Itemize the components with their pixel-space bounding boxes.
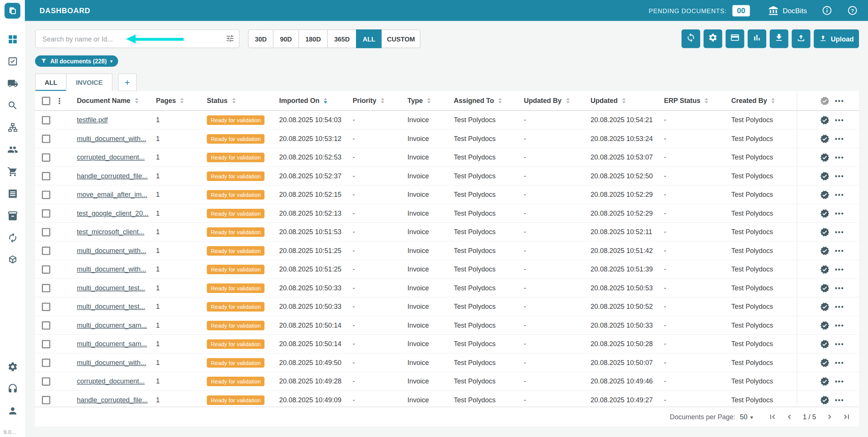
row-menu-ellipsis-icon[interactable] bbox=[835, 342, 844, 345]
refresh-button[interactable] bbox=[682, 29, 700, 48]
verified-badge-icon[interactable] bbox=[820, 115, 830, 125]
sort-icon[interactable] bbox=[566, 98, 570, 104]
import-button[interactable] bbox=[792, 29, 811, 48]
table-row[interactable]: move_email_after_im... 1 Ready for valid… bbox=[35, 186, 859, 204]
verified-badge-icon[interactable] bbox=[820, 152, 830, 162]
sidebar-item-sync[interactable] bbox=[0, 228, 25, 250]
row-checkbox[interactable] bbox=[42, 321, 50, 330]
table-row[interactable]: handle_corrupted_file... 1 Ready for val… bbox=[35, 391, 859, 408]
row-checkbox[interactable] bbox=[42, 284, 50, 292]
verified-badge-icon[interactable] bbox=[820, 283, 830, 293]
help-icon[interactable]: ? bbox=[847, 5, 858, 16]
document-link[interactable]: corrupted_document... bbox=[77, 377, 145, 385]
payments-button[interactable] bbox=[726, 29, 744, 48]
row-menu-ellipsis-icon[interactable] bbox=[835, 324, 844, 327]
document-link[interactable]: multi_document_sam... bbox=[77, 321, 147, 329]
table-row[interactable]: corrupted_document... 1 Ready for valida… bbox=[35, 148, 859, 167]
table-row[interactable]: testfile.pdf 1 Ready for validation 20.0… bbox=[35, 111, 859, 130]
last-page-button[interactable] bbox=[842, 412, 851, 422]
sidebar-item-tasks[interactable] bbox=[0, 52, 25, 74]
analytics-button[interactable] bbox=[748, 29, 767, 48]
sidebar-item-search[interactable] bbox=[0, 96, 25, 118]
document-link[interactable]: multi_document_with... bbox=[77, 359, 146, 366]
sidebar-item-account[interactable] bbox=[0, 401, 25, 423]
sidebar-item-support[interactable] bbox=[0, 379, 25, 401]
sidebar-item-invoices[interactable] bbox=[0, 184, 25, 206]
column-header-created-by[interactable]: Created By bbox=[730, 97, 797, 105]
sort-icon[interactable] bbox=[622, 98, 626, 104]
column-header-priority[interactable]: Priority bbox=[351, 97, 406, 105]
row-menu-ellipsis-icon[interactable] bbox=[835, 212, 844, 215]
table-row[interactable]: test_microsoft_client... 1 Ready for val… bbox=[35, 223, 859, 242]
verified-badge-icon[interactable] bbox=[820, 264, 830, 274]
document-link[interactable]: multi_document_with... bbox=[77, 265, 146, 273]
verified-badge-icon[interactable] bbox=[820, 171, 830, 181]
row-checkbox[interactable] bbox=[42, 246, 50, 255]
table-row[interactable]: multi_document_with... 1 Ready for valid… bbox=[35, 242, 859, 261]
verified-badge-icon[interactable] bbox=[820, 395, 830, 405]
table-row[interactable]: test_google_client_20... 1 Ready for val… bbox=[35, 204, 859, 223]
column-header-erp-status[interactable]: ERP Status bbox=[663, 97, 730, 105]
app-logo[interactable] bbox=[5, 3, 20, 19]
document-link[interactable]: test_google_client_20... bbox=[77, 209, 148, 217]
date-filter-90d[interactable]: 90D bbox=[273, 29, 299, 48]
sidebar-item-users[interactable] bbox=[0, 140, 25, 162]
document-link[interactable]: testfile.pdf bbox=[77, 116, 108, 124]
date-filter-365d[interactable]: 365D bbox=[327, 29, 357, 48]
date-filter-all[interactable]: ALL bbox=[356, 29, 382, 48]
row-menu-ellipsis-icon[interactable] bbox=[835, 380, 844, 383]
document-link[interactable]: multi_document_test... bbox=[77, 303, 145, 311]
row-checkbox[interactable] bbox=[42, 134, 50, 143]
sidebar-item-shipping[interactable] bbox=[0, 74, 25, 96]
document-link[interactable]: multi_document_sam... bbox=[77, 340, 147, 348]
row-menu-ellipsis-icon[interactable] bbox=[835, 361, 844, 364]
table-row[interactable]: corrupted_document... 1 Ready for valida… bbox=[35, 372, 859, 391]
column-header-assigned-to[interactable]: Assigned To bbox=[453, 97, 523, 105]
sort-icon[interactable] bbox=[498, 98, 502, 104]
table-row[interactable]: multi_document_sam... 1 Ready for valida… bbox=[35, 335, 859, 354]
row-checkbox[interactable] bbox=[42, 265, 50, 274]
date-filter-180d[interactable]: 180D bbox=[298, 29, 328, 48]
sort-icon[interactable] bbox=[427, 98, 431, 104]
row-menu-ellipsis-icon[interactable] bbox=[835, 399, 844, 402]
table-row[interactable]: multi_document_with... 1 Ready for valid… bbox=[35, 260, 859, 279]
sort-icon[interactable] bbox=[772, 98, 775, 104]
sidebar-item-settings[interactable] bbox=[0, 357, 25, 379]
document-link[interactable]: handle_corrupted_file... bbox=[77, 172, 148, 180]
tab-all[interactable]: ALL bbox=[35, 74, 67, 91]
column-menu-kebab-icon[interactable]: ⋮ bbox=[55, 96, 63, 105]
previous-page-button[interactable] bbox=[785, 412, 794, 422]
table-row[interactable]: multi_document_test... 1 Ready for valid… bbox=[35, 279, 859, 298]
sort-icon-active[interactable] bbox=[324, 98, 327, 104]
column-header-document-name[interactable]: Document Name bbox=[76, 97, 155, 105]
settings-button[interactable] bbox=[704, 29, 723, 48]
verified-badge-icon[interactable] bbox=[820, 339, 830, 349]
sort-icon[interactable] bbox=[381, 98, 384, 104]
table-row[interactable]: multi_document_with... 1 Ready for valid… bbox=[35, 130, 859, 149]
row-menu-ellipsis-icon[interactable] bbox=[835, 175, 844, 178]
verified-badge-icon[interactable] bbox=[820, 246, 830, 256]
column-header-pages[interactable]: Pages bbox=[155, 97, 206, 105]
row-checkbox[interactable] bbox=[42, 340, 50, 348]
verified-badge-icon[interactable] bbox=[820, 209, 830, 218]
row-menu-ellipsis-icon[interactable] bbox=[835, 156, 844, 159]
document-link[interactable]: multi_document_with... bbox=[77, 135, 146, 143]
column-header-type[interactable]: Type bbox=[406, 97, 453, 105]
row-checkbox[interactable] bbox=[42, 358, 50, 367]
sort-icon[interactable] bbox=[705, 98, 708, 104]
row-menu-ellipsis-icon[interactable] bbox=[835, 193, 844, 196]
row-menu-ellipsis-icon[interactable] bbox=[835, 305, 844, 308]
row-menu-ellipsis-icon[interactable] bbox=[835, 230, 844, 233]
verified-badge-icon[interactable] bbox=[820, 320, 830, 330]
verified-badge-icon[interactable] bbox=[820, 358, 830, 368]
first-page-button[interactable] bbox=[768, 412, 777, 422]
sort-icon[interactable] bbox=[180, 98, 184, 104]
select-all-checkbox[interactable] bbox=[42, 97, 50, 105]
row-checkbox[interactable] bbox=[42, 209, 50, 218]
row-menu-ellipsis-icon[interactable] bbox=[835, 99, 844, 102]
row-checkbox[interactable] bbox=[42, 228, 50, 236]
document-link[interactable]: handle_corrupted_file... bbox=[77, 396, 148, 404]
column-header-imported-on[interactable]: Imported On bbox=[278, 97, 351, 105]
column-header-updated[interactable]: Updated bbox=[590, 97, 663, 105]
tune-sliders-icon[interactable] bbox=[226, 34, 235, 45]
